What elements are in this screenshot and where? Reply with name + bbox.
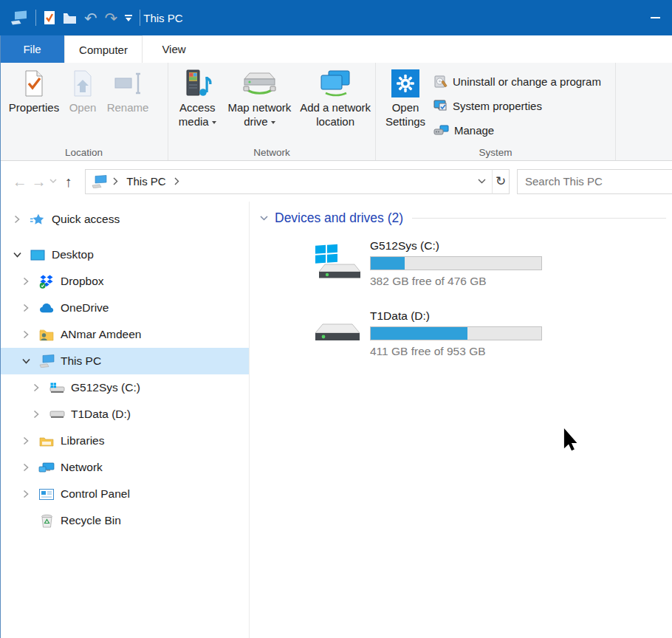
redo-button[interactable]: ↷ <box>105 10 118 26</box>
sidebar-item-user-folder[interactable]: ANmar Amdeen <box>0 321 249 348</box>
settings-gear-icon <box>391 69 419 97</box>
address-bar[interactable]: This PC <box>85 169 493 194</box>
access-media-button[interactable]: Access media <box>173 66 222 130</box>
navigation-pane: Quick access Desktop Dropbox OneDrive <box>0 202 250 638</box>
system-small-buttons: Uninstall or change a program System pro… <box>433 66 601 143</box>
access-media-icon <box>182 67 213 100</box>
sidebar-item-drive-c[interactable]: G512Sys (C:) <box>0 374 249 401</box>
manage-button[interactable]: Manage <box>433 119 601 141</box>
back-button[interactable]: ← <box>10 174 30 189</box>
sidebar-item-libraries[interactable]: Libraries <box>0 428 249 454</box>
button-label-line1: Add a network <box>300 101 371 114</box>
tab-file[interactable]: File <box>0 35 64 63</box>
breadcrumb-chevron-icon[interactable] <box>173 177 181 185</box>
chevron-right-icon[interactable] <box>19 490 32 498</box>
system-properties-button[interactable]: System properties <box>433 95 601 117</box>
tab-computer[interactable]: Computer <box>64 35 143 63</box>
chevron-right-icon[interactable] <box>19 277 32 286</box>
search-input[interactable] <box>517 169 672 194</box>
dropbox-icon <box>38 275 55 289</box>
minimize-icon <box>651 17 660 18</box>
button-label-line1: Open <box>392 101 419 114</box>
breadcrumb-chevron-icon[interactable] <box>112 177 120 185</box>
sidebar-item-quick-access[interactable]: Quick access <box>0 206 249 233</box>
minimize-button[interactable] <box>638 0 672 35</box>
ribbon-group-system: Open Settings Uninstall or change a prog… <box>376 63 616 160</box>
data-drive-icon <box>313 312 362 358</box>
open-settings-button[interactable]: Open Settings <box>380 66 431 130</box>
navigation-bar: ← → ↑ This PC ↻ <box>0 161 672 202</box>
properties-icon <box>23 67 45 100</box>
chevron-down-icon[interactable] <box>19 358 32 364</box>
chevron-right-icon[interactable] <box>19 463 32 472</box>
chevron-right-icon[interactable] <box>10 215 24 224</box>
drive-free-space: 411 GB free of 953 GB <box>370 345 542 358</box>
add-network-location-button[interactable]: Add a network location <box>297 66 374 130</box>
chevron-right-icon[interactable] <box>30 383 43 392</box>
ribbon-group-location: Properties Open Rename Location <box>0 63 168 160</box>
forward-button[interactable]: → <box>30 174 49 189</box>
new-folder-quick-button[interactable] <box>63 12 77 24</box>
ribbon-tabs: File Computer View <box>0 35 672 63</box>
drive-tile-c[interactable]: G512Sys (C:) 382 GB free of 476 GB <box>313 239 542 288</box>
dropdown-arrow-icon <box>271 121 275 124</box>
drive-usage-fill <box>371 327 467 340</box>
sidebar-item-label: T1Data (D:) <box>71 408 131 421</box>
drive-free-space: 382 GB free of 476 GB <box>370 275 542 288</box>
chevron-right-icon[interactable] <box>19 330 32 339</box>
sidebar-item-drive-d[interactable]: T1Data (D:) <box>0 401 249 428</box>
open-icon <box>72 67 94 100</box>
manage-icon <box>433 125 449 136</box>
explorer-window: ↶ ↷ This PC File Computer View Propertie… <box>0 0 672 638</box>
address-dropdown-icon[interactable] <box>471 179 492 184</box>
mouse-cursor <box>563 428 579 456</box>
drive-usage-bar <box>370 256 542 270</box>
rename-icon <box>114 67 142 100</box>
chevron-right-icon[interactable] <box>19 436 32 445</box>
onedrive-cloud-icon <box>38 303 55 313</box>
rename-button: Rename <box>102 66 154 116</box>
properties-button[interactable]: Properties <box>4 66 64 116</box>
group-label-network: Network <box>168 147 375 158</box>
content-area: Quick access Desktop Dropbox OneDrive <box>0 202 672 638</box>
drive-tile-d[interactable]: T1Data (D:) 411 GB free of 953 GB <box>313 309 542 358</box>
libraries-icon <box>38 435 55 447</box>
toolbar-separator <box>140 10 140 26</box>
sidebar-item-onedrive[interactable]: OneDrive <box>0 295 249 321</box>
customize-quick-access-dropdown[interactable] <box>125 15 132 21</box>
button-label-line1: Access <box>179 101 215 114</box>
system-properties-icon <box>433 100 448 112</box>
chevron-right-icon[interactable] <box>30 410 43 419</box>
sidebar-item-control-panel[interactable]: Control Panel <box>0 481 249 507</box>
title-bar: ↶ ↷ This PC <box>0 0 672 35</box>
history-dropdown-icon[interactable] <box>48 179 58 184</box>
section-collapse-chevron-icon[interactable] <box>260 216 268 221</box>
chevron-right-icon[interactable] <box>19 303 32 312</box>
properties-quick-button[interactable] <box>44 10 55 25</box>
chevron-down-icon[interactable] <box>10 252 24 258</box>
button-label-line2: Settings <box>385 115 425 128</box>
sidebar-item-label: Control Panel <box>61 487 130 501</box>
sidebar-item-label: Quick access <box>52 213 120 226</box>
group-label-system: System <box>376 147 615 158</box>
sidebar-item-desktop[interactable]: Desktop <box>0 241 249 268</box>
sidebar-item-dropbox[interactable]: Dropbox <box>0 268 249 295</box>
refresh-button[interactable]: ↻ <box>492 169 510 194</box>
sidebar-item-label: OneDrive <box>61 301 109 315</box>
button-label-line2: drive <box>244 115 268 128</box>
breadcrumb-segment[interactable]: This PC <box>120 175 172 188</box>
uninstall-icon <box>433 75 448 89</box>
dropdown-arrow-icon <box>212 121 216 124</box>
map-network-drive-button[interactable]: Map network drive <box>222 66 298 130</box>
button-label: Uninstall or change a program <box>453 75 601 88</box>
undo-button[interactable]: ↶ <box>84 10 97 26</box>
tab-view[interactable]: View <box>143 35 205 63</box>
up-button[interactable]: ↑ <box>59 174 78 189</box>
sidebar-item-this-pc[interactable]: This PC <box>0 348 249 374</box>
sidebar-item-recycle-bin[interactable]: Recycle Bin <box>0 507 249 534</box>
this-pc-icon[interactable] <box>86 175 112 188</box>
sidebar-item-label: Recycle Bin <box>61 514 121 527</box>
uninstall-program-button[interactable]: Uninstall or change a program <box>433 70 601 92</box>
system-drive-icon <box>48 383 66 394</box>
sidebar-item-network[interactable]: Network <box>0 454 249 481</box>
